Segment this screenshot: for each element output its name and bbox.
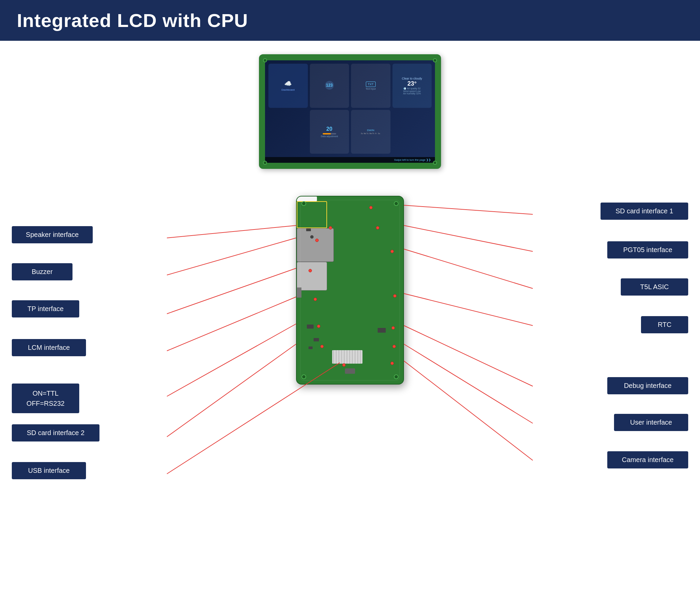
pcb-chip-large xyxy=(297,228,334,262)
pcb-board xyxy=(296,196,404,385)
svg-line-12 xyxy=(404,344,533,423)
screw-hole-tr xyxy=(433,58,437,62)
svg-line-9 xyxy=(404,249,533,288)
label-user-interface: User interface xyxy=(614,414,688,431)
smd-1 xyxy=(306,228,311,231)
svg-line-1 xyxy=(167,238,296,275)
lcd-card-text: TXT Text input xyxy=(351,64,390,108)
dot-tp xyxy=(309,269,312,272)
screw-hole-br xyxy=(433,161,437,165)
label-t5l-asic: T5L ASIC xyxy=(621,278,688,295)
lcd-swipe-hint: Swipe left to turn the page ❯❯ xyxy=(265,157,435,163)
screw-br xyxy=(394,374,399,379)
dot-speaker xyxy=(329,226,332,229)
svg-line-3 xyxy=(167,297,296,351)
dot-lcm xyxy=(314,298,317,301)
pcb-top-connector xyxy=(297,196,317,201)
label-speaker-interface: Speaker interface xyxy=(12,226,93,243)
svg-line-5 xyxy=(167,344,296,437)
screw-bl xyxy=(301,374,306,379)
label-usb-interface: USB interface xyxy=(12,462,86,479)
lcd-screen: ☁️ Dashboard 123 TXT Text input Clear to… xyxy=(265,60,435,163)
svg-line-11 xyxy=(404,325,533,386)
smd-6 xyxy=(378,328,386,333)
page-title: Integrated LCD with CPU xyxy=(17,10,683,31)
dot-user xyxy=(392,345,396,348)
label-pgt05-interface: PGT05 interface xyxy=(607,241,688,258)
dot-sd2 xyxy=(320,345,324,348)
dot-camera xyxy=(390,362,394,365)
smd-2 xyxy=(310,235,314,239)
smd-5 xyxy=(309,347,313,349)
smd-4 xyxy=(314,338,319,341)
dot-usb xyxy=(342,363,346,367)
svg-line-0 xyxy=(167,225,296,238)
dot-t5l xyxy=(390,250,394,253)
lcd-card-calendar: DWIN SuMoTuWeThFrSa xyxy=(351,110,390,154)
dot-pgt05 xyxy=(376,226,379,229)
lcd-image-section: ☁️ Dashboard 123 TXT Text input Clear to… xyxy=(0,54,700,169)
svg-line-4 xyxy=(167,324,296,396)
screw-tl xyxy=(301,201,306,206)
pcb-hdmi-connector xyxy=(296,288,301,298)
pcb-usb-connector xyxy=(345,368,355,374)
label-debug-interface: Debug interface xyxy=(607,377,688,394)
pcb-yellow-box xyxy=(297,201,327,228)
label-sd-card-2: SD card interface 2 xyxy=(12,424,99,442)
label-tp-interface: TP interface xyxy=(12,300,79,318)
dot-rtc xyxy=(393,294,396,298)
screw-hole-bl xyxy=(263,161,267,165)
screw-tr xyxy=(394,201,399,206)
pcb-chip-med xyxy=(297,262,327,290)
label-rtc: RTC xyxy=(641,316,688,333)
svg-line-7 xyxy=(404,205,533,214)
smd-3 xyxy=(307,324,314,328)
dot-buzzer xyxy=(315,239,318,242)
lcd-card-data-adj: 20 Data adjustment xyxy=(310,110,349,154)
dot-sd1 xyxy=(369,206,373,209)
svg-line-13 xyxy=(404,361,533,460)
svg-line-10 xyxy=(404,293,533,325)
dot-debug xyxy=(391,326,395,330)
pcb-ribbon xyxy=(332,350,362,364)
lcd-card-cloud: ☁️ Dashboard xyxy=(268,64,308,108)
label-lcm-interface: LCM interface xyxy=(12,339,86,356)
lcd-card-weather: Clear to cloudy 23° 💨 Air quality 52 Win… xyxy=(392,64,432,108)
label-sd-card-1: SD card interface 1 xyxy=(601,203,688,220)
svg-line-8 xyxy=(404,225,533,252)
svg-line-2 xyxy=(167,268,296,314)
dot-ttl xyxy=(317,324,320,328)
lcd-card-counter: 123 xyxy=(310,64,349,108)
header-bar: Integrated LCD with CPU xyxy=(0,0,700,41)
label-buzzer: Buzzer xyxy=(12,263,73,280)
lcd-device: ☁️ Dashboard 123 TXT Text input Clear to… xyxy=(259,54,441,169)
screw-hole-tl xyxy=(263,58,267,62)
label-on-ttl: ON=TTLOFF=RS232 xyxy=(12,384,79,413)
label-camera-interface: Camera interface xyxy=(607,451,688,468)
diagram-section: Speaker interface Buzzer TP interface LC… xyxy=(0,189,700,560)
